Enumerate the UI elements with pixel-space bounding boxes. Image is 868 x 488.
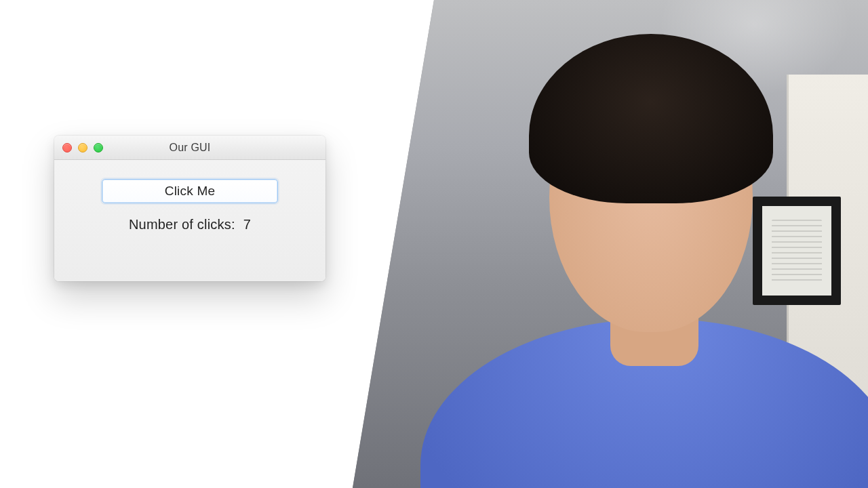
- window-body: Click Me Number of clicks: 7: [54, 160, 326, 249]
- presenter-panel: [353, 0, 868, 488]
- titlebar[interactable]: Our GUI: [54, 136, 326, 160]
- click-count-status: Number of clicks: 7: [129, 217, 251, 232]
- click-count-value: 7: [243, 217, 251, 232]
- presenter-figure: [441, 34, 861, 488]
- window-title: Our GUI: [170, 142, 211, 154]
- maximize-icon[interactable]: [94, 143, 103, 152]
- traffic-lights: [62, 143, 103, 152]
- click-me-button[interactable]: Click Me: [102, 179, 278, 203]
- close-icon[interactable]: [62, 143, 72, 152]
- minimize-icon[interactable]: [78, 143, 87, 152]
- app-window: Our GUI Click Me Number of clicks: 7: [54, 136, 326, 281]
- presenter-hair: [529, 34, 773, 203]
- click-me-button-label: Click Me: [165, 184, 215, 199]
- click-count-label: Number of clicks:: [129, 217, 235, 232]
